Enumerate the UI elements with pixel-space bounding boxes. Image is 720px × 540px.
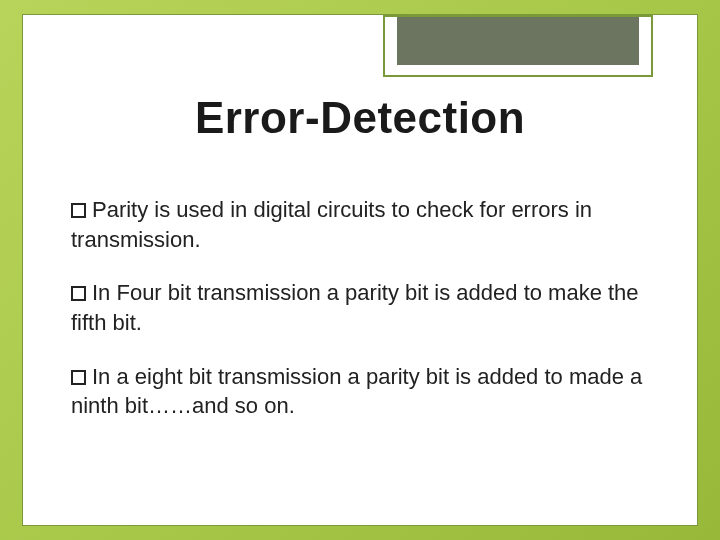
bullet-square-icon <box>71 286 86 301</box>
bullet-square-icon <box>71 370 86 385</box>
slide-title: Error-Detection <box>23 93 697 143</box>
bullet-item: Parity is used in digital circuits to ch… <box>71 195 649 254</box>
bullet-item: In a eight bit transmission a parity bit… <box>71 362 649 421</box>
bullet-text: In a eight bit transmission a parity bit… <box>71 364 642 419</box>
bullet-square-icon <box>71 203 86 218</box>
bullet-item: In Four bit transmission a parity bit is… <box>71 278 649 337</box>
bullet-text: Parity is used in digital circuits to ch… <box>71 197 592 252</box>
slide-content: Parity is used in digital circuits to ch… <box>71 195 649 445</box>
slide-frame: Error-Detection Parity is used in digita… <box>22 14 698 526</box>
accent-box-outline <box>383 15 653 77</box>
bullet-text: In Four bit transmission a parity bit is… <box>71 280 639 335</box>
